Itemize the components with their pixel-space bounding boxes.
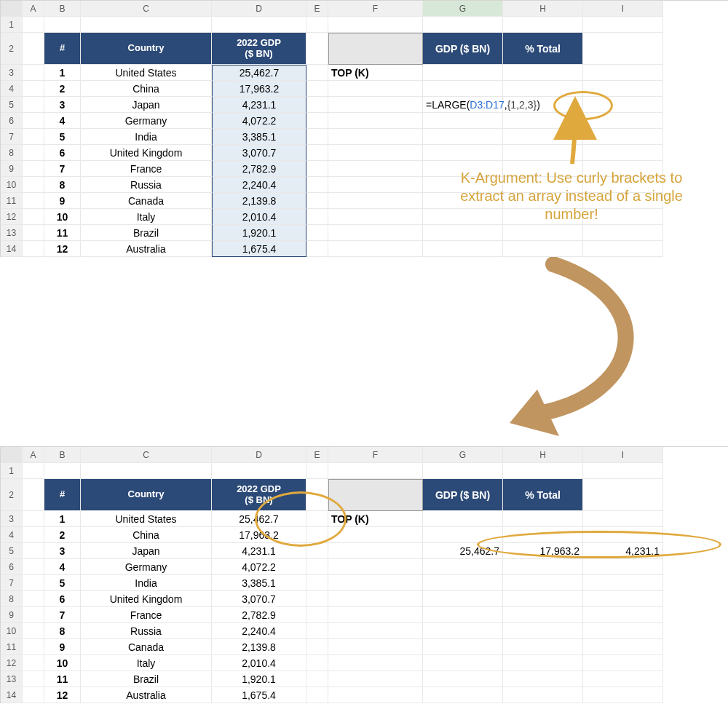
- cell-D5[interactable]: 4,231.1: [212, 97, 306, 113]
- cell-E5[interactable]: [306, 97, 328, 113]
- cell-E8[interactable]: [306, 145, 328, 161]
- cell-B10[interactable]: 8: [44, 177, 81, 193]
- cell-H14[interactable]: [503, 687, 583, 703]
- cell-G9[interactable]: [423, 607, 503, 623]
- cell-E14[interactable]: [306, 687, 328, 703]
- cell-C1[interactable]: [81, 463, 212, 479]
- cell-B4[interactable]: 2: [44, 527, 81, 543]
- cell-A9[interactable]: [23, 161, 44, 177]
- row-header-13[interactable]: 13: [1, 671, 23, 687]
- cell-D4[interactable]: 17,963.2: [212, 81, 306, 97]
- cell-A11[interactable]: [23, 193, 44, 209]
- cell-H3[interactable]: [503, 511, 583, 527]
- cell-E2[interactable]: [306, 479, 328, 511]
- row-header-7[interactable]: 7: [1, 575, 23, 591]
- cell-E6[interactable]: [306, 113, 328, 129]
- cell-F3[interactable]: TOP (K): [328, 511, 423, 527]
- cell-A11[interactable]: [23, 639, 44, 655]
- row-header-4[interactable]: 4: [1, 527, 23, 543]
- row-header-8[interactable]: 8: [1, 591, 23, 607]
- cell-H8[interactable]: [503, 145, 583, 161]
- cell-A8[interactable]: [23, 145, 44, 161]
- cell-C8[interactable]: United Kingdom: [81, 145, 212, 161]
- spreadsheet-bottom[interactable]: ABCDEFGHI12#Country2022 GDP($ BN)GDP ($ …: [0, 446, 728, 703]
- cell-D14[interactable]: 1,675.4: [212, 241, 306, 257]
- cell-I8[interactable]: [583, 591, 663, 607]
- cell-A14[interactable]: [23, 241, 44, 257]
- cell-E3[interactable]: [306, 65, 328, 81]
- cell-E4[interactable]: [306, 81, 328, 97]
- cell-D11[interactable]: 2,139.8: [212, 639, 306, 655]
- col-header-A[interactable]: A: [23, 447, 44, 463]
- col-header-I[interactable]: I: [583, 447, 663, 463]
- cell-B2[interactable]: #: [44, 479, 81, 511]
- cell-H3[interactable]: [503, 65, 583, 81]
- cell-F12[interactable]: [328, 209, 423, 225]
- cell-A2[interactable]: [23, 479, 44, 511]
- cell-A9[interactable]: [23, 607, 44, 623]
- cell-B12[interactable]: 10: [44, 655, 81, 671]
- col-header-E[interactable]: E: [306, 1, 328, 17]
- cell-B9[interactable]: 7: [44, 607, 81, 623]
- cell-G12[interactable]: [423, 655, 503, 671]
- cell-H7[interactable]: [503, 129, 583, 145]
- cell-F2[interactable]: [328, 479, 423, 511]
- cell-A6[interactable]: [23, 113, 44, 129]
- cell-D8[interactable]: 3,070.7: [212, 145, 306, 161]
- cell-I14[interactable]: [583, 687, 663, 703]
- cell-A4[interactable]: [23, 527, 44, 543]
- cell-E1[interactable]: [306, 17, 328, 33]
- cell-A10[interactable]: [23, 623, 44, 639]
- row-header-12[interactable]: 12: [1, 655, 23, 671]
- cell-I7[interactable]: [583, 129, 663, 145]
- cell-D10[interactable]: 2,240.4: [212, 177, 306, 193]
- col-header-F[interactable]: F: [328, 1, 423, 17]
- col-header-A[interactable]: A: [23, 1, 44, 17]
- cell-B1[interactable]: [44, 463, 81, 479]
- cell-F1[interactable]: [328, 463, 423, 479]
- cell-C2[interactable]: Country: [81, 33, 212, 65]
- cell-H14[interactable]: [503, 241, 583, 257]
- cell-B2[interactable]: #: [44, 33, 81, 65]
- cell-D9[interactable]: 2,782.9: [212, 161, 306, 177]
- col-header-C[interactable]: C: [81, 447, 212, 463]
- cell-G6[interactable]: [423, 559, 503, 575]
- cell-H2[interactable]: % Total: [503, 479, 583, 511]
- cell-C6[interactable]: Germany: [81, 559, 212, 575]
- cell-H6[interactable]: [503, 113, 583, 129]
- cell-G7[interactable]: [423, 575, 503, 591]
- cell-I12[interactable]: [583, 655, 663, 671]
- row-header-6[interactable]: 6: [1, 559, 23, 575]
- cell-I13[interactable]: [583, 671, 663, 687]
- cell-I13[interactable]: [583, 225, 663, 241]
- cell-G7[interactable]: [423, 129, 503, 145]
- cell-C2[interactable]: Country: [81, 479, 212, 511]
- cell-B11[interactable]: 9: [44, 193, 81, 209]
- cell-D12[interactable]: 2,010.4: [212, 209, 306, 225]
- cell-E7[interactable]: [306, 129, 328, 145]
- cell-I7[interactable]: [583, 575, 663, 591]
- cell-I5[interactable]: [583, 97, 663, 113]
- cell-D10[interactable]: 2,240.4: [212, 623, 306, 639]
- result-1[interactable]: 25,462.7: [423, 543, 503, 559]
- cell-F7[interactable]: [328, 575, 423, 591]
- cell-D6[interactable]: 4,072.2: [212, 559, 306, 575]
- cell-F10[interactable]: [328, 177, 423, 193]
- cell-A10[interactable]: [23, 177, 44, 193]
- cell-D14[interactable]: 1,675.4: [212, 687, 306, 703]
- cell-E10[interactable]: [306, 177, 328, 193]
- cell-I4[interactable]: [583, 81, 663, 97]
- cell-I10[interactable]: [583, 623, 663, 639]
- cell-G10[interactable]: [423, 623, 503, 639]
- cell-I11[interactable]: [583, 639, 663, 655]
- cell-B6[interactable]: 4: [44, 559, 81, 575]
- cell-B5[interactable]: 3: [44, 97, 81, 113]
- cell-E13[interactable]: [306, 225, 328, 241]
- cell-B11[interactable]: 9: [44, 639, 81, 655]
- cell-E1[interactable]: [306, 463, 328, 479]
- cell-C3[interactable]: United States: [81, 65, 212, 81]
- col-header-C[interactable]: C: [81, 1, 212, 17]
- cell-D2[interactable]: 2022 GDP($ BN): [212, 33, 306, 65]
- cell-A7[interactable]: [23, 575, 44, 591]
- cell-A12[interactable]: [23, 655, 44, 671]
